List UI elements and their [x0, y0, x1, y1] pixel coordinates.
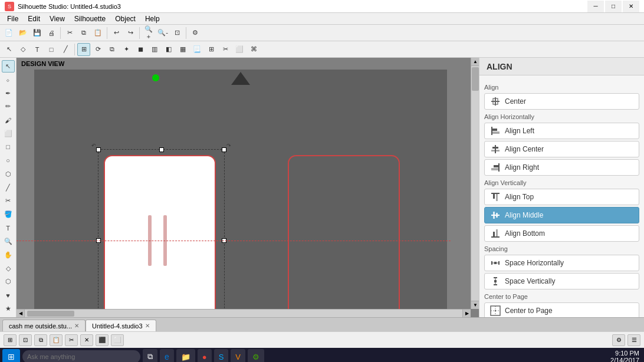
tb2-text[interactable]: T — [31, 43, 44, 56]
menu-edit[interactable]: Edit — [23, 13, 45, 24]
lt-zoom[interactable]: 🔍 — [2, 235, 15, 248]
btn-space-h[interactable]: Space Horizontally — [484, 255, 639, 271]
status-copy[interactable]: ⧉ — [34, 334, 47, 346]
lt-lasso[interactable]: ⬦ — [2, 74, 15, 86]
taskbar-search-input[interactable] — [22, 350, 140, 362]
tb2-select[interactable]: ↖ — [2, 43, 15, 56]
taskbar-task-view[interactable]: ⧉ — [143, 349, 157, 362]
btn-center[interactable]: Center — [484, 93, 639, 110]
tab-1-close[interactable]: ✕ — [74, 322, 79, 329]
taskbar-app2[interactable]: V — [231, 349, 245, 362]
status-delete[interactable]: ✕ — [80, 334, 93, 346]
lt-rectangle[interactable]: □ — [2, 141, 15, 153]
scrollbar-bottom[interactable]: ◀ ▶ — [17, 309, 471, 317]
lt-star[interactable]: ★ — [2, 302, 15, 315]
btn-center-to-page[interactable]: Center to Page — [484, 302, 639, 317]
scrollbar-right[interactable]: ▲ ▼ — [471, 58, 479, 309]
tb-open[interactable]: 📂 — [17, 27, 29, 40]
lt-heart[interactable]: ♥ — [2, 289, 15, 301]
status-ungroup[interactable]: ⬜ — [111, 334, 124, 346]
tb2-gradient[interactable]: ▥ — [148, 43, 161, 56]
taskbar-app3[interactable]: ⚙ — [248, 349, 264, 362]
menu-view[interactable]: View — [45, 13, 70, 24]
lt-brush[interactable]: 🖌 — [2, 114, 15, 126]
tb2-print-cut[interactable]: ▦ — [176, 43, 189, 56]
status-cut[interactable]: ✂ — [65, 334, 78, 346]
btn-align-right[interactable]: Align Right — [484, 159, 639, 176]
lt-pencil[interactable]: ✏ — [2, 101, 15, 113]
status-group[interactable]: ⬛ — [96, 334, 109, 346]
minimize-button[interactable]: ─ — [587, 1, 604, 12]
tb-settings[interactable]: ⚙ — [189, 27, 202, 40]
tb2-knife[interactable]: ✂ — [219, 43, 232, 56]
tb-new[interactable]: 📄 — [2, 27, 15, 40]
lt-knife[interactable]: ✂ — [2, 195, 15, 207]
tb2-transform[interactable]: ⟳ — [91, 43, 104, 56]
status-more[interactable]: ☰ — [627, 334, 640, 346]
menu-file[interactable]: File — [2, 13, 23, 24]
scrollbar-h-thumb[interactable] — [27, 311, 74, 317]
btn-align-left[interactable]: Align Left — [484, 123, 639, 139]
taskbar-edge[interactable]: e — [160, 349, 174, 362]
tb2-grid[interactable]: ⊞ — [205, 43, 218, 56]
tb-paste[interactable]: 📋 — [91, 27, 104, 40]
tb2-shadow[interactable]: ◧ — [162, 43, 175, 56]
scrollbar-right-btn[interactable]: ▶ — [462, 310, 471, 318]
scrollbar-up-btn[interactable]: ▲ — [471, 58, 479, 66]
lt-eraser[interactable]: ⬜ — [2, 127, 15, 140]
lt-pen[interactable]: ✒ — [2, 87, 15, 100]
tb-save[interactable]: 💾 — [31, 27, 44, 40]
tb2-replicate[interactable]: ⧉ — [106, 43, 119, 56]
scrollbar-thumb[interactable] — [472, 67, 479, 91]
menu-help[interactable]: Help — [140, 13, 165, 24]
tb2-eraser[interactable]: ⬜ — [233, 43, 246, 56]
lt-text[interactable]: T — [2, 222, 15, 234]
status-paste[interactable]: 📋 — [50, 334, 63, 346]
handle-tl[interactable] — [96, 147, 101, 152]
scrollbar-left-btn[interactable]: ◀ — [17, 310, 25, 318]
tb2-page[interactable]: 📃 — [190, 43, 203, 56]
tb-copy[interactable]: ⧉ — [77, 27, 90, 40]
taskbar-explorer[interactable]: 📁 — [176, 349, 195, 362]
tb-cut[interactable]: ✂ — [63, 27, 76, 40]
btn-space-v[interactable]: Space Vertically — [484, 273, 639, 289]
tab-2-close[interactable]: ✕ — [145, 322, 150, 329]
lt-node[interactable]: ◇ — [2, 262, 15, 275]
tb-print[interactable]: 🖨 — [45, 27, 58, 40]
tb2-fill[interactable]: ◼ — [134, 43, 147, 56]
status-settings[interactable]: ⚙ — [612, 334, 625, 346]
close-button[interactable]: ✕ — [623, 1, 639, 12]
lt-3d[interactable]: ⬡ — [2, 276, 15, 288]
tb-zoom-out[interactable]: 🔍- — [156, 27, 169, 40]
btn-align-middle[interactable]: Align Middle — [484, 207, 639, 223]
scrollbar-down-btn[interactable]: ▼ — [471, 301, 479, 309]
lt-ellipse[interactable]: ○ — [2, 154, 15, 167]
tab-2[interactable]: Untitled-4.studio3 ✕ — [86, 320, 156, 331]
tb2-pathfinder[interactable]: ✦ — [120, 43, 133, 56]
lt-pan[interactable]: ✋ — [2, 249, 15, 261]
canvas-area[interactable]: DESIGN VIEW ↶ ↷ ↷ ↶ — [17, 58, 479, 317]
tb2-shape[interactable]: □ — [45, 43, 58, 56]
tb-undo[interactable]: ↩ — [110, 27, 123, 40]
handle-tr[interactable] — [222, 147, 226, 152]
maximize-button[interactable]: □ — [605, 1, 622, 12]
taskbar-app1[interactable]: S — [214, 349, 229, 362]
tb2-align[interactable]: ⊞ — [77, 43, 90, 56]
tb-zoom-in[interactable]: 🔍+ — [142, 27, 155, 40]
status-snap[interactable]: ⊡ — [19, 334, 32, 346]
tab-1[interactable]: cash me outside.stu... ✕ — [2, 320, 86, 331]
tb2-node[interactable]: ◇ — [17, 43, 29, 56]
tb-redo[interactable]: ↪ — [124, 27, 137, 40]
menu-silhouette[interactable]: Silhouette — [70, 13, 110, 24]
lt-paint[interactable]: 🪣 — [2, 208, 15, 221]
handle-tc[interactable] — [159, 147, 164, 152]
status-grid[interactable]: ⊞ — [4, 334, 17, 346]
lt-polygon[interactable]: ⬡ — [2, 168, 15, 180]
rotate-tr[interactable]: ↷ — [226, 143, 231, 149]
tb2-weld[interactable]: ⌘ — [247, 43, 260, 56]
lt-select[interactable]: ↖ — [2, 60, 15, 73]
btn-align-bottom[interactable]: Align Bottom — [484, 225, 639, 242]
menu-object[interactable]: Object — [110, 13, 140, 24]
btn-align-center[interactable]: Align Center — [484, 141, 639, 157]
tb-fit[interactable]: ⊡ — [170, 27, 183, 40]
